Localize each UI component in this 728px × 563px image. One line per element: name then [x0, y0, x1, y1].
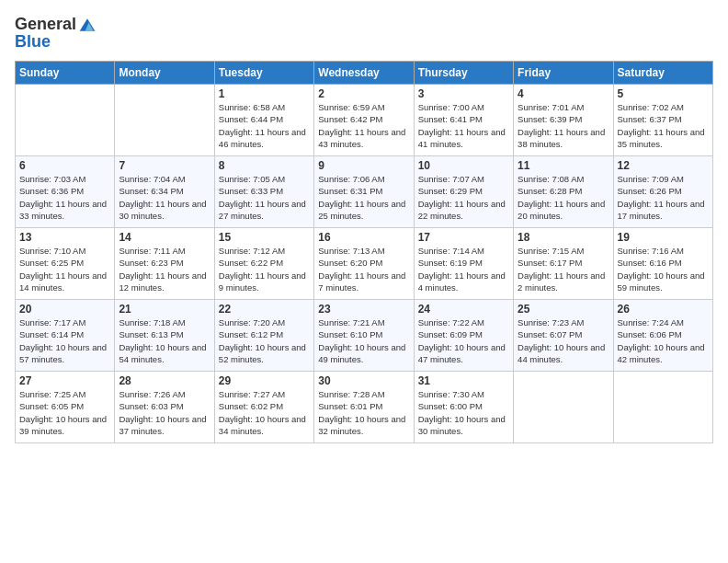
- logo: General Blue: [15, 15, 97, 52]
- day-detail: Sunrise: 7:27 AMSunset: 6:02 PMDaylight:…: [219, 388, 310, 437]
- calendar-cell: 20Sunrise: 7:17 AMSunset: 6:14 PMDayligh…: [16, 300, 115, 372]
- logo-icon: [78, 16, 97, 34]
- header: General Blue: [15, 15, 713, 52]
- day-detail: Sunrise: 7:15 AMSunset: 6:17 PMDaylight:…: [518, 245, 609, 293]
- day-detail: Sunrise: 7:12 AMSunset: 6:22 PMDaylight:…: [219, 245, 310, 293]
- day-detail: Sunrise: 7:01 AMSunset: 6:39 PMDaylight:…: [518, 101, 609, 150]
- day-detail: Sunrise: 7:25 AMSunset: 6:05 PMDaylight:…: [19, 388, 110, 437]
- calendar-cell: 17Sunrise: 7:14 AMSunset: 6:19 PMDayligh…: [414, 228, 513, 300]
- day-detail: Sunrise: 7:09 AMSunset: 6:26 PMDaylight:…: [618, 173, 709, 222]
- day-number: 14: [119, 231, 210, 244]
- day-number: 25: [518, 303, 609, 316]
- day-detail: Sunrise: 7:13 AMSunset: 6:20 PMDaylight:…: [318, 245, 409, 293]
- day-detail: Sunrise: 7:03 AMSunset: 6:36 PMDaylight:…: [19, 173, 110, 222]
- day-number: 1: [219, 87, 310, 100]
- day-detail: Sunrise: 7:16 AMSunset: 6:16 PMDaylight:…: [618, 245, 709, 293]
- calendar-cell: 15Sunrise: 7:12 AMSunset: 6:22 PMDayligh…: [214, 228, 313, 300]
- calendar-cell: 21Sunrise: 7:18 AMSunset: 6:13 PMDayligh…: [115, 300, 214, 372]
- calendar-row: 13Sunrise: 7:10 AMSunset: 6:25 PMDayligh…: [16, 228, 713, 300]
- day-number: 10: [418, 159, 509, 172]
- calendar-row: 1Sunrise: 6:58 AMSunset: 6:44 PMDaylight…: [16, 85, 713, 156]
- day-number: 23: [318, 303, 409, 316]
- day-detail: Sunrise: 6:58 AMSunset: 6:44 PMDaylight:…: [219, 101, 310, 150]
- header-cell: Wednesday: [314, 62, 414, 85]
- day-number: 15: [219, 231, 310, 244]
- calendar-cell: 16Sunrise: 7:13 AMSunset: 6:20 PMDayligh…: [314, 228, 414, 300]
- day-detail: Sunrise: 7:04 AMSunset: 6:34 PMDaylight:…: [119, 173, 210, 222]
- calendar-cell: 3Sunrise: 7:00 AMSunset: 6:41 PMDaylight…: [414, 85, 513, 156]
- day-number: 17: [418, 231, 509, 244]
- day-detail: Sunrise: 7:17 AMSunset: 6:14 PMDaylight:…: [19, 316, 110, 365]
- calendar-cell: 30Sunrise: 7:28 AMSunset: 6:01 PMDayligh…: [314, 372, 414, 443]
- day-detail: Sunrise: 7:30 AMSunset: 6:00 PMDaylight:…: [418, 388, 509, 437]
- calendar-cell: 2Sunrise: 6:59 AMSunset: 6:42 PMDaylight…: [314, 85, 414, 156]
- day-detail: Sunrise: 7:05 AMSunset: 6:33 PMDaylight:…: [219, 173, 310, 222]
- day-number: 24: [418, 303, 509, 316]
- day-number: 13: [19, 231, 110, 244]
- day-detail: Sunrise: 7:23 AMSunset: 6:07 PMDaylight:…: [518, 316, 609, 365]
- day-number: 18: [518, 231, 609, 244]
- header-cell: Tuesday: [214, 62, 313, 85]
- header-cell: Saturday: [613, 62, 712, 85]
- calendar-cell: 7Sunrise: 7:04 AMSunset: 6:34 PMDaylight…: [115, 156, 214, 228]
- calendar-cell: 11Sunrise: 7:08 AMSunset: 6:28 PMDayligh…: [514, 156, 613, 228]
- day-detail: Sunrise: 6:59 AMSunset: 6:42 PMDaylight:…: [318, 101, 409, 150]
- day-detail: Sunrise: 7:14 AMSunset: 6:19 PMDaylight:…: [418, 245, 509, 293]
- day-number: 9: [318, 159, 409, 172]
- day-detail: Sunrise: 7:20 AMSunset: 6:12 PMDaylight:…: [219, 316, 310, 365]
- calendar-table: SundayMondayTuesdayWednesdayThursdayFrid…: [15, 61, 713, 443]
- day-number: 7: [119, 159, 210, 172]
- calendar-cell: 9Sunrise: 7:06 AMSunset: 6:31 PMDaylight…: [314, 156, 414, 228]
- day-number: 12: [618, 159, 709, 172]
- calendar-cell: [115, 85, 214, 156]
- day-detail: Sunrise: 7:22 AMSunset: 6:09 PMDaylight:…: [418, 316, 509, 365]
- day-number: 2: [318, 87, 409, 100]
- day-detail: Sunrise: 7:18 AMSunset: 6:13 PMDaylight:…: [119, 316, 210, 365]
- calendar-row: 6Sunrise: 7:03 AMSunset: 6:36 PMDaylight…: [16, 156, 713, 228]
- calendar-cell: 22Sunrise: 7:20 AMSunset: 6:12 PMDayligh…: [214, 300, 313, 372]
- logo-blue: Blue: [15, 32, 97, 52]
- header-cell: Monday: [115, 62, 214, 85]
- day-detail: Sunrise: 7:08 AMSunset: 6:28 PMDaylight:…: [518, 173, 609, 222]
- calendar-cell: 18Sunrise: 7:15 AMSunset: 6:17 PMDayligh…: [514, 228, 613, 300]
- day-detail: Sunrise: 7:07 AMSunset: 6:29 PMDaylight:…: [418, 173, 509, 222]
- day-detail: Sunrise: 7:24 AMSunset: 6:06 PMDaylight:…: [618, 316, 709, 365]
- header-cell: Thursday: [414, 62, 513, 85]
- calendar-cell: 8Sunrise: 7:05 AMSunset: 6:33 PMDaylight…: [214, 156, 313, 228]
- calendar-cell: 4Sunrise: 7:01 AMSunset: 6:39 PMDaylight…: [514, 85, 613, 156]
- day-number: 22: [219, 303, 310, 316]
- header-row: SundayMondayTuesdayWednesdayThursdayFrid…: [16, 62, 713, 85]
- calendar-cell: 10Sunrise: 7:07 AMSunset: 6:29 PMDayligh…: [414, 156, 513, 228]
- calendar-cell: 6Sunrise: 7:03 AMSunset: 6:36 PMDaylight…: [16, 156, 115, 228]
- day-number: 6: [19, 159, 110, 172]
- day-number: 30: [318, 374, 409, 387]
- calendar-cell: 14Sunrise: 7:11 AMSunset: 6:23 PMDayligh…: [115, 228, 214, 300]
- calendar-row: 20Sunrise: 7:17 AMSunset: 6:14 PMDayligh…: [16, 300, 713, 372]
- day-number: 29: [219, 374, 310, 387]
- calendar-cell: 23Sunrise: 7:21 AMSunset: 6:10 PMDayligh…: [314, 300, 414, 372]
- day-detail: Sunrise: 7:06 AMSunset: 6:31 PMDaylight:…: [318, 173, 409, 222]
- calendar-cell: 1Sunrise: 6:58 AMSunset: 6:44 PMDaylight…: [214, 85, 313, 156]
- header-cell: Friday: [514, 62, 613, 85]
- logo-general: General: [15, 15, 76, 34]
- calendar-cell: 28Sunrise: 7:26 AMSunset: 6:03 PMDayligh…: [115, 372, 214, 443]
- day-number: 3: [418, 87, 509, 100]
- header-cell: Sunday: [16, 62, 115, 85]
- day-number: 28: [119, 374, 210, 387]
- calendar-cell: 31Sunrise: 7:30 AMSunset: 6:00 PMDayligh…: [414, 372, 513, 443]
- calendar-cell: 27Sunrise: 7:25 AMSunset: 6:05 PMDayligh…: [16, 372, 115, 443]
- day-number: 27: [19, 374, 110, 387]
- day-detail: Sunrise: 7:10 AMSunset: 6:25 PMDaylight:…: [19, 245, 110, 293]
- day-number: 20: [19, 303, 110, 316]
- day-number: 19: [618, 231, 709, 244]
- day-number: 11: [518, 159, 609, 172]
- day-detail: Sunrise: 7:00 AMSunset: 6:41 PMDaylight:…: [418, 101, 509, 150]
- day-number: 5: [618, 87, 709, 100]
- calendar-cell: [16, 85, 115, 156]
- calendar-cell: [613, 372, 712, 443]
- day-number: 8: [219, 159, 310, 172]
- day-number: 21: [119, 303, 210, 316]
- calendar-row: 27Sunrise: 7:25 AMSunset: 6:05 PMDayligh…: [16, 372, 713, 443]
- calendar-cell: 25Sunrise: 7:23 AMSunset: 6:07 PMDayligh…: [514, 300, 613, 372]
- calendar-cell: 24Sunrise: 7:22 AMSunset: 6:09 PMDayligh…: [414, 300, 513, 372]
